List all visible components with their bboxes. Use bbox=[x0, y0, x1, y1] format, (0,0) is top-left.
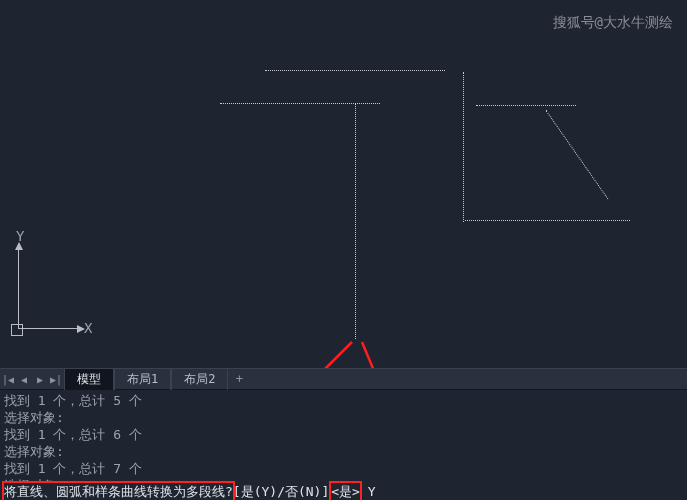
prompt-question: 将直线、圆弧和样条曲线转换为多段线? bbox=[4, 483, 233, 501]
drawn-line[interactable] bbox=[465, 220, 630, 221]
drawn-line[interactable] bbox=[220, 103, 380, 104]
ucs-x-axis bbox=[18, 328, 78, 329]
command-history[interactable]: 找到 1 个，总计 5 个 选择对象: 找到 1 个，总计 6 个 选择对象: … bbox=[0, 390, 687, 483]
cmd-history-line: 找到 1 个，总计 5 个 bbox=[4, 392, 683, 409]
tab-layout1[interactable]: 布局1 bbox=[114, 369, 171, 390]
layout-tab-bar: |◀ ◀ ▶ ▶| 模型 布局1 布局2 + bbox=[0, 368, 687, 390]
ucs-origin bbox=[11, 324, 23, 336]
drawn-line[interactable] bbox=[463, 72, 464, 222]
tab-layout2[interactable]: 布局2 bbox=[171, 369, 228, 390]
cmd-history-line: 选择对象: bbox=[4, 409, 683, 426]
tab-model[interactable]: 模型 bbox=[64, 369, 114, 390]
cmd-history-line: 找到 1 个，总计 6 个 bbox=[4, 426, 683, 443]
tab-nav-prev[interactable]: ◀ bbox=[16, 369, 32, 389]
axis-x-label: X bbox=[84, 320, 92, 336]
axis-y-label: Y bbox=[16, 228, 24, 244]
tab-nav-first[interactable]: |◀ bbox=[0, 369, 16, 389]
watermark: 搜狐号@大水牛测绘 bbox=[553, 14, 673, 32]
drawn-line[interactable] bbox=[476, 105, 576, 106]
prompt-default: <是> bbox=[331, 483, 360, 501]
drawn-line[interactable] bbox=[265, 70, 445, 71]
prompt-user-input: Y bbox=[360, 484, 376, 499]
drawn-line[interactable] bbox=[546, 110, 609, 199]
tab-nav-last[interactable]: ▶| bbox=[48, 369, 64, 389]
cmd-history-line: 找到 1 个，总计 7 个 bbox=[4, 460, 683, 477]
prompt-options: [是(Y)/否(N)] bbox=[233, 483, 329, 501]
command-input[interactable]: 将直线、圆弧和样条曲线转换为多段线? [是(Y)/否(N)] <是> Y bbox=[0, 483, 687, 500]
drawn-line[interactable] bbox=[355, 104, 356, 339]
ucs-y-axis bbox=[18, 249, 19, 329]
drawing-canvas[interactable]: 搜狐号@大水牛测绘 Y X bbox=[0, 0, 687, 368]
cmd-history-line: 选择对象: bbox=[4, 443, 683, 460]
tab-add-button[interactable]: + bbox=[228, 372, 250, 386]
tab-nav-next[interactable]: ▶ bbox=[32, 369, 48, 389]
